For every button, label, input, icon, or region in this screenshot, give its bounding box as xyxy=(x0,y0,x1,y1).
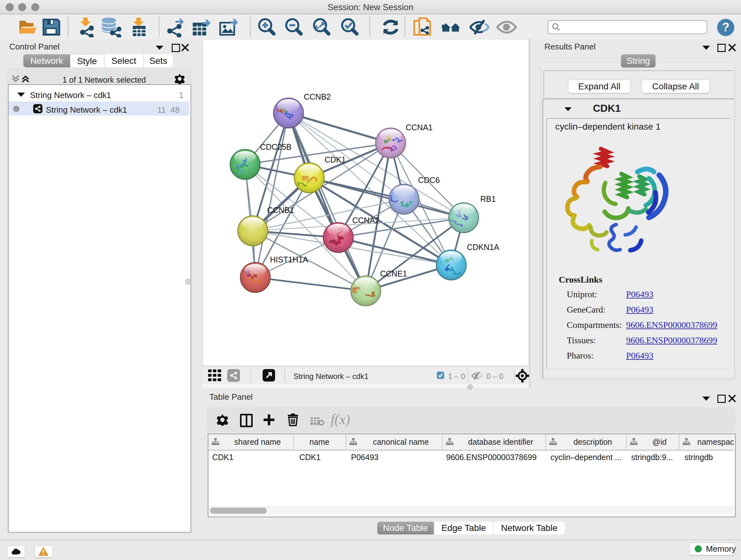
svg-text:CDKN1A: CDKN1A xyxy=(467,243,499,252)
svg-text:CDK1: CDK1 xyxy=(325,155,346,164)
svg-text:RB1: RB1 xyxy=(480,194,496,203)
svg-text:CCNB1: CCNB1 xyxy=(267,206,294,214)
svg-text:CCNE1: CCNE1 xyxy=(380,269,407,278)
svg-text:CCNB2: CCNB2 xyxy=(304,92,331,101)
svg-text:CDC6: CDC6 xyxy=(418,176,440,185)
svg-text:CCNA2: CCNA2 xyxy=(352,216,380,225)
svg-text:CDC25B: CDC25B xyxy=(260,142,292,151)
svg-text:HIST1H1A: HIST1H1A xyxy=(270,255,308,264)
svg-text:CCNA1: CCNA1 xyxy=(406,123,433,132)
